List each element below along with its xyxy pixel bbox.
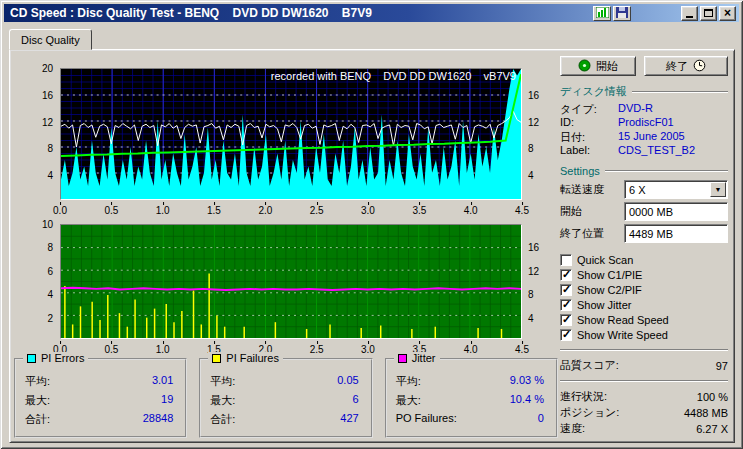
pi-failures-total: 427: [340, 412, 358, 427]
id-label: ID:: [560, 116, 618, 129]
progress-value: 100 %: [697, 391, 728, 403]
tick-label: 1.0: [156, 205, 170, 216]
tick-label: 4: [528, 170, 534, 181]
speed-row: 速度: 6.27 X: [560, 421, 728, 436]
stats-row: PI Errors 平均:3.01 最大:19 合計:28848 PI Fail…: [14, 358, 558, 438]
checkbox-box: [560, 284, 572, 296]
speed-select-value: 6 X: [625, 184, 710, 196]
quality-score-label: 品質スコア:: [560, 358, 619, 373]
close-button[interactable]: ×: [719, 6, 736, 21]
stat-label: 平均:: [25, 374, 50, 389]
end-position-value: 4489 MB: [625, 228, 727, 240]
tick-label: 4.5: [515, 205, 529, 216]
show-c1-pie-checkbox[interactable]: Show C1/PIE: [560, 267, 728, 282]
tick-label: 2.5: [310, 344, 324, 355]
end-position-input[interactable]: 4489 MB: [624, 224, 728, 243]
exit-button[interactable]: 終了: [644, 56, 728, 76]
show-read-speed-checkbox[interactable]: Show Read Speed: [560, 312, 728, 327]
quality-chart: 20161284 recorded with BENQ DVD DD DW162…: [12, 60, 556, 220]
failures-chart-y-axis-left: 108642: [12, 224, 56, 341]
stat-label: 合計:: [25, 412, 50, 427]
checkbox-label: Show Jitter: [577, 299, 631, 311]
minimize-button[interactable]: [681, 6, 698, 21]
speed-select[interactable]: 6 X ▼: [624, 180, 728, 199]
pi-errors-swatch: [27, 354, 36, 363]
position-value: 4488 MB: [684, 407, 728, 419]
date-label: 日付:: [560, 130, 618, 143]
quick-scan-checkbox[interactable]: Quick Scan: [560, 252, 728, 267]
tick-label: 1.0: [156, 344, 170, 355]
tick-label: 3.5: [412, 205, 426, 216]
jitter-average: 9.03 %: [510, 374, 544, 389]
tick-label: 16: [42, 89, 53, 100]
tick-label: 3.0: [361, 205, 375, 216]
failures-chart-x-axis: 0.00.51.01.52.02.53.03.54.04.5: [60, 341, 522, 355]
label-label: Label:: [560, 144, 618, 157]
divider: [632, 91, 728, 93]
speed-stat-label: 速度:: [560, 421, 585, 436]
jitter-swatch: [398, 354, 407, 363]
failures-chart-y-axis-right: 161284: [525, 224, 547, 341]
tab-disc-quality[interactable]: Disc Quality: [9, 29, 92, 50]
jitter-box: Jitter 平均:9.03 % 最大:10.4 % PO Failures:0: [385, 358, 558, 438]
tick-label: 0.5: [104, 344, 118, 355]
type-value: DVD-R: [618, 102, 653, 115]
start-icon: [578, 59, 591, 74]
jitter-max: 10.4 %: [510, 393, 544, 408]
close-icon: ×: [724, 7, 731, 19]
separator: [560, 380, 728, 382]
tick-label: 2: [47, 312, 53, 323]
start-button[interactable]: 開始: [560, 56, 636, 76]
tick-label: 12: [528, 265, 539, 276]
graph-icon-button[interactable]: [593, 6, 611, 21]
stat-label: 最大:: [25, 393, 50, 408]
jitter-title: Jitter: [412, 352, 436, 364]
stat-label: 最大:: [210, 393, 235, 408]
show-jitter-checkbox[interactable]: Show Jitter: [560, 297, 728, 312]
exit-button-label: 終了: [666, 59, 688, 74]
minimize-icon: [686, 16, 693, 18]
position-row: ポジション: 4488 MB: [560, 405, 728, 420]
quality-chart-y-axis-right: 161284: [525, 68, 547, 202]
pi-failures-average: 0.05: [337, 374, 358, 389]
show-c2-pif-checkbox[interactable]: Show C2/PIF: [560, 282, 728, 297]
start-position-input[interactable]: 0000 MB: [624, 202, 728, 221]
tick-label: 8: [528, 143, 534, 154]
date-value: 15 June 2005: [618, 130, 685, 143]
speed-stat-value: 6.27 X: [696, 423, 728, 435]
chart-annotation: recorded with BENQ DVD DD DW1620 vB7V9: [271, 70, 516, 82]
tick-label: 20: [42, 63, 53, 74]
tick-label: 4: [47, 289, 53, 300]
checkbox-label: Show C2/PIF: [577, 284, 642, 296]
progress-row: 進行状況: 100 %: [560, 389, 728, 404]
client-area: Disc Quality 20161284 recorded with BENQ…: [4, 26, 739, 445]
tick-label: 16: [528, 242, 539, 253]
quality-chart-plot: recorded with BENQ DVD DD DW1620 vB7V9: [60, 68, 522, 200]
stat-label: 合計:: [210, 412, 235, 427]
pi-failures-box: PI Failures 平均:0.05 最大:6 合計:427: [199, 358, 372, 438]
pi-errors-title: PI Errors: [41, 352, 84, 364]
pi-failures-title: PI Failures: [226, 352, 279, 364]
tick-label: 12: [42, 116, 53, 127]
control-panel: 開始 終了 ディスク情報 タイプ:DVD-R ID:ProdiscF01 日付:…: [560, 56, 728, 438]
quality-chart-y-axis-left: 20161284: [12, 68, 56, 202]
stat-label: 最大:: [396, 393, 421, 408]
tick-label: 6: [47, 265, 53, 276]
disc-quality-page: 20161284 recorded with BENQ DVD DD DW162…: [9, 49, 735, 443]
label-value: CDS_TEST_B2: [618, 144, 695, 157]
tick-label: 3.0: [361, 344, 375, 355]
tick-label: 4.5: [515, 344, 529, 355]
checkbox-label: Show C1/PIE: [577, 269, 642, 281]
tick-label: 10: [42, 219, 53, 230]
maximize-button[interactable]: [700, 6, 717, 21]
chevron-down-icon[interactable]: ▼: [710, 182, 726, 197]
tick-label: 8: [47, 242, 53, 253]
settings-title: Settings: [560, 165, 600, 177]
window-title: CD Speed : Disc Quality Test - BENQ DVD …: [10, 6, 593, 20]
tick-label: 8: [528, 289, 534, 300]
show-write-speed-checkbox[interactable]: Show Write Speed: [560, 327, 728, 342]
save-icon-button[interactable]: [613, 6, 631, 21]
app-window: CD Speed : Disc Quality Test - BENQ DVD …: [0, 0, 743, 449]
quality-chart-x-axis: 0.00.51.01.52.02.53.03.54.04.5: [60, 202, 522, 216]
tick-label: 4.0: [464, 205, 478, 216]
